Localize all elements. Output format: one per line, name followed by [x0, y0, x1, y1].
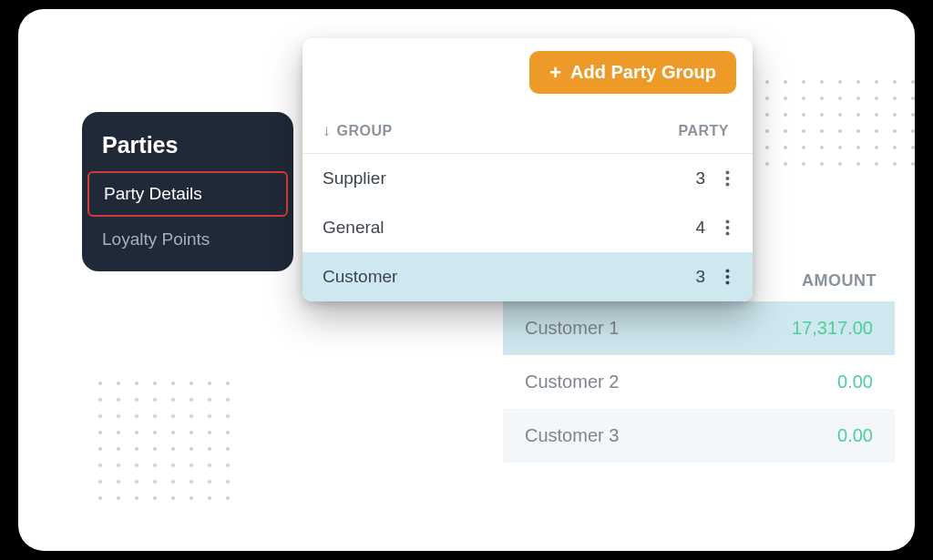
svg-point-2 — [725, 183, 729, 187]
svg-point-6 — [725, 270, 729, 273]
party-groups-panel: + Add Party Group ↓ GROUP PARTY Supplier… — [302, 38, 753, 301]
decorative-dots-bottom — [98, 382, 230, 500]
plus-icon: + — [549, 63, 561, 83]
customer-amount: 0.00 — [837, 425, 873, 446]
customer-row[interactable]: Customer 3 0.00 — [503, 409, 895, 463]
sidebar-item-loyalty-points[interactable]: Loyalty Points — [82, 217, 293, 262]
customer-name: Customer 3 — [525, 425, 619, 446]
sidebar-item-party-details[interactable]: Party Details — [87, 171, 288, 217]
group-name: Customer — [323, 267, 652, 287]
group-row-customer[interactable]: Customer 3 — [302, 252, 753, 301]
group-name: General — [323, 218, 652, 238]
customer-amount: 0.00 — [837, 372, 873, 392]
svg-point-5 — [725, 232, 729, 236]
more-options-icon[interactable] — [711, 170, 743, 187]
customer-row[interactable]: Customer 2 0.00 — [503, 355, 895, 409]
group-party-count: 4 — [652, 218, 711, 238]
decorative-dots-top — [765, 80, 915, 166]
group-row-supplier[interactable]: Supplier 3 — [302, 154, 753, 203]
customer-name: Customer 1 — [525, 318, 619, 339]
group-row-general[interactable]: General 4 — [302, 203, 753, 252]
add-party-group-button[interactable]: + Add Party Group — [529, 51, 736, 94]
svg-point-7 — [725, 275, 729, 279]
customer-name: Customer 2 — [525, 372, 619, 392]
customer-row[interactable]: Customer 1 17,317.00 — [503, 301, 895, 355]
groups-table-header: ↓ GROUP PARTY — [302, 101, 753, 154]
svg-point-0 — [725, 171, 729, 175]
party-column-header[interactable]: PARTY — [647, 123, 729, 139]
svg-point-4 — [725, 226, 729, 229]
amount-column-header: AMOUNT — [802, 271, 877, 290]
group-party-count: 3 — [652, 168, 711, 188]
svg-point-1 — [725, 177, 729, 180]
svg-point-3 — [725, 220, 729, 224]
sort-descending-icon[interactable]: ↓ — [323, 121, 332, 140]
group-party-count: 3 — [652, 267, 711, 287]
sidebar-parties: Parties Party Details Loyalty Points — [82, 112, 293, 271]
sidebar-title: Parties — [82, 127, 293, 171]
group-name: Supplier — [323, 168, 652, 188]
customer-amount: 17,317.00 — [792, 318, 873, 339]
add-party-group-label: Add Party Group — [570, 62, 716, 83]
svg-point-8 — [725, 281, 729, 285]
app-canvas: AMOUNT Customer 1 17,317.00 Customer 2 0… — [18, 9, 915, 551]
more-options-icon[interactable] — [711, 269, 743, 285]
group-column-header[interactable]: GROUP — [337, 123, 393, 139]
more-options-icon[interactable] — [711, 219, 743, 236]
